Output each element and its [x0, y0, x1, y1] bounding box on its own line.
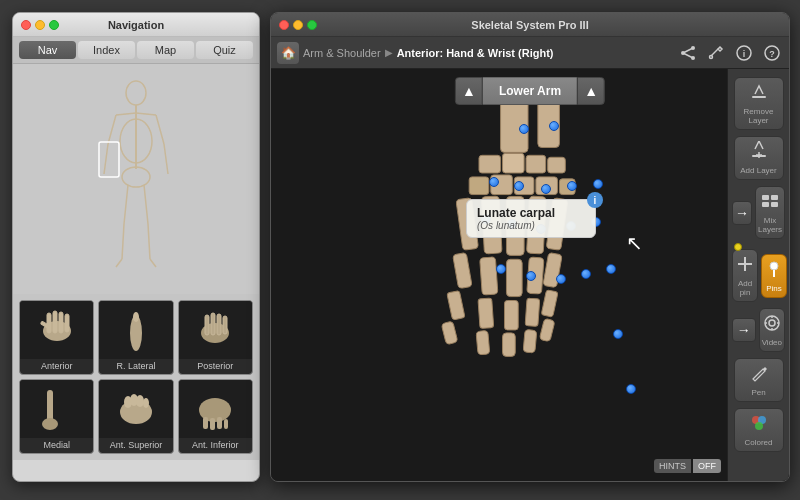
pins-icon [764, 259, 784, 283]
svg-point-104 [769, 320, 775, 326]
svg-rect-81 [447, 291, 465, 321]
main-maximize-button[interactable] [307, 20, 317, 30]
main-close-button[interactable] [279, 20, 289, 30]
tab-map[interactable]: Map [137, 41, 194, 59]
thumb-posterior[interactable]: Posterior [178, 300, 253, 375]
svg-point-101 [770, 262, 778, 270]
thumb-anterior[interactable]: Anterior [19, 300, 94, 375]
next-arrow-button[interactable]: ▲ [577, 77, 605, 105]
nav-arrow-bar: ▲ Lower Arm ▲ [455, 77, 605, 105]
svg-rect-91 [752, 96, 766, 98]
tab-nav[interactable]: Nav [19, 41, 76, 59]
main-minimize-button[interactable] [293, 20, 303, 30]
svg-point-27 [133, 312, 139, 322]
svg-point-36 [42, 418, 58, 430]
pin-16[interactable] [581, 269, 591, 279]
thumb-medial-label: Medial [43, 438, 70, 453]
svg-rect-47 [217, 417, 222, 429]
tab-index[interactable]: Index [78, 41, 135, 59]
colored-button[interactable]: Colored [734, 408, 784, 452]
pen-button[interactable]: Pen [734, 358, 784, 402]
svg-rect-46 [210, 418, 215, 430]
add-pin-button[interactable]: Add pin [732, 249, 758, 302]
thumb-posterior-img [179, 301, 252, 359]
add-layer-button[interactable]: Add Layer [734, 136, 784, 180]
maximize-button[interactable] [49, 20, 59, 30]
svg-line-3 [136, 113, 156, 115]
tooltip-bone-name: Lunate carpal [477, 206, 585, 220]
add-pin-icon [735, 254, 755, 278]
pin-6[interactable] [567, 181, 577, 191]
svg-rect-96 [771, 195, 778, 200]
help-button[interactable]: ? [761, 42, 783, 64]
svg-rect-76 [453, 252, 472, 288]
pins-button[interactable]: Pins [761, 254, 787, 298]
svg-rect-63 [503, 153, 525, 173]
thumb-ant-superior-label: Ant. Superior [110, 438, 163, 453]
pin-1[interactable] [519, 124, 529, 134]
mix-layers-button[interactable]: Mix Layers [755, 186, 785, 239]
svg-rect-8 [99, 142, 119, 177]
pin-3[interactable] [489, 177, 499, 187]
pin-2[interactable] [549, 121, 559, 131]
svg-rect-87 [476, 330, 490, 354]
svg-rect-97 [762, 202, 769, 207]
pin-19[interactable] [626, 384, 636, 394]
toolbar-icons: i ? [677, 42, 783, 64]
svg-rect-98 [771, 202, 778, 207]
thumb-medial[interactable]: Medial [19, 379, 94, 454]
video-button[interactable]: Video [759, 308, 785, 352]
svg-rect-20 [47, 313, 51, 333]
skeleton-svg [96, 79, 176, 279]
minimize-button[interactable] [35, 20, 45, 30]
close-button[interactable] [21, 20, 31, 30]
breadcrumb-arm-shoulder[interactable]: Arm & Shoulder [303, 47, 381, 59]
pin-18[interactable] [613, 329, 623, 339]
svg-rect-84 [525, 298, 540, 326]
thumb-ant-superior[interactable]: Ant. Superior [98, 379, 173, 454]
thumb-ant-inferior[interactable]: Ant. Inferior [178, 379, 253, 454]
thumb-ant-superior-img [99, 380, 172, 438]
remove-layer-icon [749, 82, 769, 106]
svg-line-9 [156, 115, 164, 144]
thumb-anterior-label: Anterior [41, 359, 73, 374]
pen-label: Pen [751, 388, 765, 397]
prev-arrow-button[interactable]: ▲ [455, 77, 483, 105]
share-button[interactable] [677, 42, 699, 64]
thumb-r-lateral[interactable]: R. Lateral [98, 300, 173, 375]
svg-rect-31 [211, 313, 215, 335]
svg-rect-88 [503, 333, 516, 357]
main-toolbar: 🏠 Arm & Shoulder ▶ Anterior: Hand & Wris… [271, 37, 789, 69]
svg-rect-21 [53, 311, 57, 333]
pin-5[interactable] [541, 184, 551, 194]
video-icon [762, 313, 782, 337]
add-layer-label: Add Layer [740, 166, 776, 175]
tools-button[interactable] [705, 42, 727, 64]
pin-4[interactable] [514, 181, 524, 191]
tooltip-info-icon[interactable]: i [587, 192, 603, 208]
pen-icon [749, 363, 769, 387]
main-traffic-lights [279, 20, 317, 30]
remove-layer-button[interactable]: Remove Layer [734, 77, 784, 130]
mix-layers-label: Mix Layers [758, 216, 782, 234]
video-arrow[interactable]: → [732, 318, 756, 342]
home-button[interactable]: 🏠 [277, 42, 299, 64]
pin-17[interactable] [606, 264, 616, 274]
pin-13[interactable] [496, 264, 506, 274]
svg-point-0 [126, 81, 146, 105]
tab-quiz[interactable]: Quiz [196, 41, 253, 59]
pin-15[interactable] [556, 274, 566, 284]
remove-layer-label: Remove Layer [737, 107, 781, 125]
mix-layers-arrow[interactable]: → [732, 201, 752, 225]
pin-7[interactable] [593, 179, 603, 189]
tooltip-bone-subtitle: (Os lunatum) [477, 220, 585, 231]
hints-toggle[interactable]: OFF [693, 459, 721, 473]
video-label: Video [762, 338, 782, 347]
skeleton-body-view[interactable] [13, 64, 259, 294]
svg-rect-82 [478, 298, 494, 328]
pin-14[interactable] [526, 271, 536, 281]
svg-line-14 [144, 185, 148, 224]
hints-bar: HINTS OFF [654, 459, 721, 473]
breadcrumb: 🏠 Arm & Shoulder ▶ Anterior: Hand & Wris… [277, 42, 673, 64]
info-button[interactable]: i [733, 42, 755, 64]
